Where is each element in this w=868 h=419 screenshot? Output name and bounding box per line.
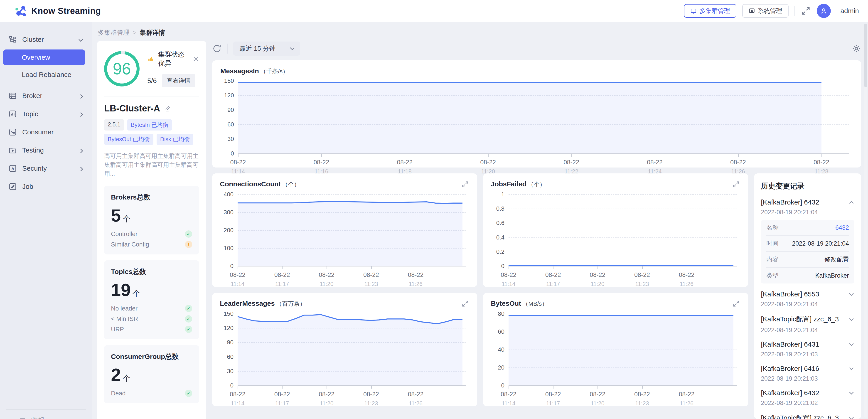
- x-tick-label: 08-2211:24: [647, 159, 663, 175]
- health-settings-gear-icon[interactable]: [193, 56, 199, 62]
- detail-value: 2022-08-19 20:21:04: [792, 240, 849, 247]
- check-circle-icon: ✓: [185, 390, 192, 397]
- expand-icon[interactable]: [732, 180, 740, 188]
- sidebar-item-overview[interactable]: Overview: [3, 50, 85, 65]
- sidebar-item-consumer[interactable]: Consumer: [0, 123, 92, 141]
- history-entry-toggle[interactable]: [KafkaTopic配置] zzc_6_3: [761, 315, 855, 324]
- history-entry: [KafkaBroker] 64162022-08-19 20:21:03: [761, 365, 855, 382]
- breadcrumb-multi-cluster[interactable]: 多集群管理: [98, 28, 130, 37]
- page-scrollbar[interactable]: [864, 24, 867, 418]
- x-tick-mark: [282, 385, 282, 389]
- warning-circle-icon: !: [185, 241, 192, 248]
- x-tick-label: 08-2211:20: [480, 159, 496, 175]
- history-entry-time: 2022-08-19 20:21:03: [761, 351, 855, 358]
- x-tick-label: 08-2211:14: [501, 271, 516, 287]
- y-tick-label: 0.6: [488, 219, 504, 227]
- edit-icon[interactable]: [164, 105, 171, 112]
- consumer-group-count: 2: [111, 364, 121, 385]
- chart-series: [238, 81, 849, 153]
- sidebar-item-topic[interactable]: Topic: [0, 105, 92, 123]
- view-detail-button[interactable]: 查看详情: [162, 74, 195, 87]
- testing-icon: [9, 146, 17, 154]
- toolbar-divider: [846, 43, 846, 54]
- detail-row: 名称6432: [766, 220, 849, 236]
- y-tick-label: 40: [488, 346, 504, 353]
- x-tick-label: 08-2211:14: [501, 391, 516, 407]
- detail-label: 内容: [766, 256, 779, 264]
- detail-row: 类型KafkaBroker: [766, 268, 849, 283]
- x-tick-mark: [327, 385, 327, 389]
- avatar[interactable]: [817, 4, 831, 18]
- breadcrumb: 多集群管理 > 集群详情: [97, 27, 861, 38]
- x-tick-mark: [687, 385, 687, 389]
- chart-series: [238, 314, 466, 385]
- system-manage-button[interactable]: 系统管理: [742, 4, 788, 18]
- multi-cluster-button[interactable]: 多集群管理: [684, 4, 736, 18]
- stat-title: Brokers总数: [111, 193, 192, 202]
- history-entry-toggle[interactable]: [KafkaBroker] 6553: [761, 290, 855, 298]
- x-tick-mark: [553, 385, 554, 389]
- job-icon: [9, 182, 17, 191]
- y-tick-label: 100: [217, 245, 234, 252]
- history-entry-time: 2022-08-19 20:21:04: [761, 301, 855, 308]
- x-tick-label: 08-2211:20: [319, 271, 335, 287]
- x-tick-label: 08-2211:23: [363, 391, 379, 407]
- refresh-icon[interactable]: [212, 44, 222, 53]
- chevron-down-icon: [849, 366, 854, 370]
- history-entry-title: [KafkaBroker] 6553: [761, 290, 819, 298]
- detail-value-link[interactable]: 6432: [835, 224, 849, 231]
- chevron-down-icon: [290, 46, 294, 50]
- expand-icon[interactable]: [461, 300, 469, 307]
- sidebar-item-broker[interactable]: Broker: [0, 87, 92, 105]
- y-tick-label: 0.2: [488, 248, 504, 255]
- topic-icon: [9, 110, 17, 118]
- x-tick-mark: [416, 266, 416, 269]
- check-circle-icon: ✓: [185, 315, 192, 323]
- history-entry-time: 2022-08-19 20:21:02: [761, 399, 855, 407]
- x-tick-mark: [238, 153, 239, 157]
- scrollbar-thumb[interactable]: [864, 24, 867, 87]
- history-entry-toggle[interactable]: [KafkaBroker] 6416: [761, 365, 855, 372]
- detail-label: 时间: [766, 239, 779, 248]
- y-tick-label: 80: [488, 310, 504, 317]
- sidebar-item-security[interactable]: a Security: [0, 159, 92, 178]
- sidebar-collapse-button[interactable]: 收起: [6, 410, 86, 419]
- consumer-icon: [9, 128, 17, 136]
- chevron-down-icon: [79, 36, 82, 43]
- history-entry-toggle[interactable]: [KafkaTopic配置] zzc_6_3: [761, 413, 855, 419]
- history-entry: [KafkaBroker] 65532022-08-19 20:21:04: [761, 290, 855, 308]
- x-axis-line: [508, 385, 737, 386]
- top-header: Know Streaming 多集群管理 系统管理: [0, 0, 868, 22]
- x-tick-mark: [642, 266, 643, 269]
- bytes-out-plot: 80604020008-2211:1408-2211:1708-2211:200…: [508, 314, 737, 385]
- sidebar-item-load-rebalance[interactable]: Load Rebalance: [0, 66, 92, 83]
- expand-icon[interactable]: [461, 180, 469, 188]
- breadcrumb-separator: >: [133, 29, 136, 36]
- stat-row: Dead✓: [111, 390, 192, 397]
- y-tick-label: 200: [217, 227, 234, 234]
- connections-count-chart-card: ConnectionsCount （个） 400300200100008-221…: [212, 173, 477, 287]
- charts-toolbar: 最近 15 分钟: [212, 41, 861, 56]
- time-range-select[interactable]: 最近 15 分钟: [233, 41, 300, 56]
- stat-row-label: Controller: [111, 231, 137, 238]
- expand-icon[interactable]: [732, 300, 740, 307]
- system-manage-icon: [749, 8, 755, 14]
- sidebar-item-cluster[interactable]: Cluster: [0, 30, 92, 49]
- y-tick-label: 90: [217, 107, 234, 114]
- stat-row-label: Dead: [111, 390, 126, 397]
- detail-label: 类型: [766, 271, 779, 280]
- chart-settings-gear-icon[interactable]: [852, 44, 861, 53]
- fullscreen-icon[interactable]: [801, 6, 811, 16]
- stat-row: Similar Config!: [111, 241, 192, 248]
- y-tick-label: 60: [217, 353, 234, 360]
- y-tick-label: 0: [488, 382, 504, 389]
- history-entry: [KafkaTopic配置] zzc_6_32022-08-19 20:21:0…: [761, 413, 855, 419]
- history-entry-toggle[interactable]: [KafkaBroker] 6432: [761, 199, 855, 206]
- username[interactable]: admin: [840, 7, 859, 15]
- history-entry-detail: 名称6432时间2022-08-19 20:21:04内容修改配置类型Kafka…: [761, 220, 855, 283]
- sidebar-item-testing[interactable]: Testing: [0, 141, 92, 159]
- detail-label: 名称: [766, 223, 779, 232]
- sidebar-item-job[interactable]: Job: [0, 178, 92, 196]
- history-entry-toggle[interactable]: [KafkaBroker] 6431: [761, 340, 855, 348]
- history-entry-toggle[interactable]: [KafkaBroker] 6432: [761, 389, 855, 397]
